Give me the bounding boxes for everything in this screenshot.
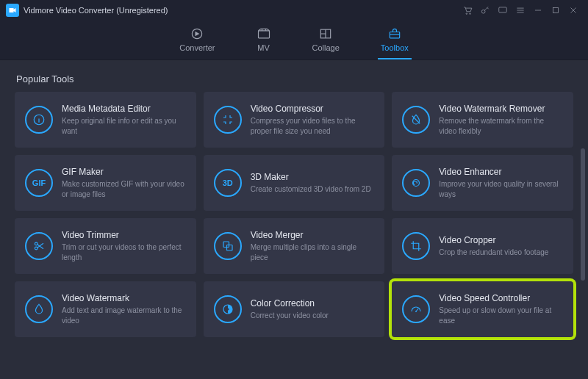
tool-desc: Compress your video files to the proper … bbox=[251, 116, 375, 136]
menu-icon[interactable] bbox=[512, 0, 529, 21]
svg-point-11 bbox=[418, 181, 420, 182]
svg-point-0 bbox=[466, 13, 467, 15]
tab-converter[interactable]: Converter bbox=[176, 21, 218, 59]
info-icon bbox=[25, 106, 53, 134]
3d-icon: 3D bbox=[214, 169, 242, 197]
content-area: Popular Tools Media Metadata EditorKeep … bbox=[0, 60, 588, 379]
tools-grid: Media Metadata EditorKeep original file … bbox=[15, 92, 573, 337]
tool-card-text: Video MergerMerge multiple clips into a … bbox=[251, 230, 375, 262]
feedback-icon[interactable] bbox=[494, 0, 512, 21]
tab-label: Collage bbox=[312, 43, 340, 52]
tool-card-text: GIF MakerMake customized GIF with your v… bbox=[62, 167, 186, 199]
tool-desc: Speed up or slow down your file at ease bbox=[439, 306, 563, 325]
tool-card[interactable]: Video CompressorCompress your video file… bbox=[204, 92, 385, 148]
svg-rect-15 bbox=[226, 245, 232, 251]
tool-title: Video Watermark Remover bbox=[439, 104, 563, 114]
crop-icon bbox=[402, 232, 430, 260]
svg-point-1 bbox=[470, 13, 471, 15]
tool-card[interactable]: Video Speed ControllerSpeed up or slow d… bbox=[392, 281, 573, 337]
tool-card[interactable]: 3D3D MakerCreate customized 3D video fro… bbox=[204, 155, 385, 211]
svg-point-18 bbox=[415, 311, 417, 312]
trim-icon bbox=[25, 232, 53, 260]
tool-desc: Merge multiple clips into a single piece bbox=[251, 242, 375, 262]
nowater-icon bbox=[402, 106, 430, 134]
tool-card-text: Video CompressorCompress your video file… bbox=[251, 104, 375, 136]
merge-icon bbox=[214, 232, 242, 260]
tab-toolbox[interactable]: Toolbox bbox=[378, 21, 412, 59]
minimize-icon[interactable] bbox=[529, 0, 547, 21]
enhance-icon bbox=[402, 169, 430, 197]
cart-icon[interactable] bbox=[459, 0, 476, 21]
tool-title: Video Merger bbox=[251, 230, 375, 240]
app-logo-icon bbox=[6, 4, 19, 17]
compress-icon bbox=[214, 106, 242, 134]
speed-icon bbox=[402, 295, 430, 323]
tool-title: Video Trimmer bbox=[62, 230, 186, 240]
tool-desc: Add text and image watermark to the vide… bbox=[62, 306, 186, 325]
tab-label: Toolbox bbox=[381, 43, 409, 52]
tab-collage[interactable]: Collage bbox=[309, 21, 343, 59]
tool-title: 3D Maker bbox=[251, 172, 371, 182]
tab-label: Converter bbox=[179, 43, 215, 52]
section-title: Popular Tools bbox=[16, 73, 573, 84]
tool-title: Video Cropper bbox=[439, 235, 548, 245]
tool-title: Color Correction bbox=[251, 298, 329, 308]
tool-title: Video Speed Controller bbox=[439, 293, 563, 303]
tool-desc: Keep original file info or edit as you w… bbox=[62, 116, 186, 136]
tool-card[interactable]: Video Watermark RemoverRemove the waterm… bbox=[392, 92, 573, 148]
svg-rect-8 bbox=[390, 32, 399, 38]
scrollbar-thumb[interactable] bbox=[581, 148, 585, 281]
tool-card-text: Video CropperCrop the redundant video fo… bbox=[439, 235, 548, 258]
tool-desc: Correct your video color bbox=[251, 311, 329, 321]
close-icon[interactable] bbox=[564, 0, 582, 21]
tool-card-text: 3D MakerCreate customized 3D video from … bbox=[251, 172, 371, 195]
tool-card[interactable]: Color CorrectionCorrect your video color bbox=[204, 281, 385, 337]
tool-desc: Improve your video quality in several wa… bbox=[439, 179, 563, 199]
tool-desc: Trim or cut your videos to the perfect l… bbox=[62, 242, 186, 262]
tab-mv[interactable]: MV bbox=[254, 21, 274, 59]
svg-rect-4 bbox=[553, 8, 559, 13]
tool-card-text: Video EnhancerImprove your video quality… bbox=[439, 167, 563, 199]
titlebar: Vidmore Video Converter (Unregistered) bbox=[0, 0, 588, 21]
svg-rect-6 bbox=[258, 31, 269, 38]
tool-card[interactable]: Video TrimmerTrim or cut your videos to … bbox=[15, 218, 196, 274]
gif-icon: GIF bbox=[25, 169, 53, 197]
key-icon[interactable] bbox=[476, 0, 494, 21]
tool-title: Media Metadata Editor bbox=[62, 104, 186, 114]
tool-card-text: Video Speed ControllerSpeed up or slow d… bbox=[439, 293, 563, 325]
tool-card[interactable]: Media Metadata EditorKeep original file … bbox=[15, 92, 196, 148]
svg-point-17 bbox=[226, 308, 229, 311]
water-icon bbox=[25, 295, 53, 323]
tool-card[interactable]: Video WatermarkAdd text and image waterm… bbox=[15, 281, 196, 337]
svg-point-2 bbox=[481, 10, 485, 13]
app-title: Vidmore Video Converter (Unregistered) bbox=[24, 6, 168, 15]
color-icon bbox=[214, 295, 242, 323]
tab-label: MV bbox=[257, 43, 270, 52]
tool-title: Video Enhancer bbox=[439, 167, 563, 177]
tool-title: GIF Maker bbox=[62, 167, 186, 177]
svg-rect-14 bbox=[223, 242, 229, 248]
tool-card-text: Media Metadata EditorKeep original file … bbox=[62, 104, 186, 136]
tool-title: Video Watermark bbox=[62, 293, 186, 303]
tool-card-text: Color CorrectionCorrect your video color bbox=[251, 298, 329, 321]
tool-desc: Make customized GIF with your video or i… bbox=[62, 179, 186, 199]
tool-card[interactable]: Video CropperCrop the redundant video fo… bbox=[392, 218, 573, 274]
tool-card[interactable]: GIFGIF MakerMake customized GIF with you… bbox=[15, 155, 196, 211]
tool-desc: Remove the watermark from the video flex… bbox=[439, 116, 563, 136]
tool-card[interactable]: Video MergerMerge multiple clips into a … bbox=[204, 218, 385, 274]
tool-card-text: Video Watermark RemoverRemove the waterm… bbox=[439, 104, 563, 136]
maximize-icon[interactable] bbox=[547, 0, 564, 21]
scrollbar[interactable] bbox=[581, 148, 585, 369]
tool-card-text: Video WatermarkAdd text and image waterm… bbox=[62, 293, 186, 325]
tool-card[interactable]: Video EnhancerImprove your video quality… bbox=[392, 155, 573, 211]
tool-desc: Create customized 3D video from 2D bbox=[251, 184, 371, 195]
tool-desc: Crop the redundant video footage bbox=[439, 248, 548, 258]
tool-title: Video Compressor bbox=[251, 104, 375, 114]
tool-card-text: Video TrimmerTrim or cut your videos to … bbox=[62, 230, 186, 262]
main-nav: Converter MV Collage Toolbox bbox=[0, 21, 588, 60]
